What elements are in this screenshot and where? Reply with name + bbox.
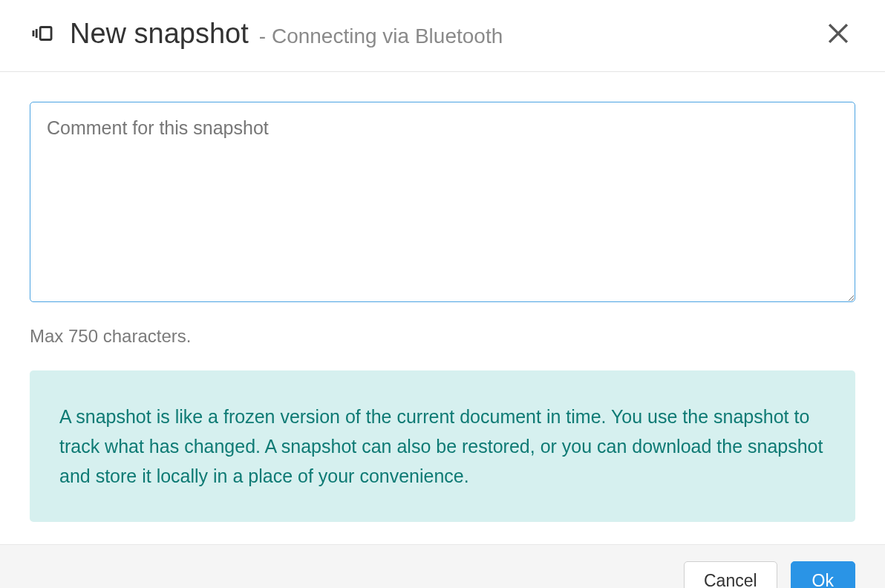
dialog-title-line: New snapshot - Connecting via Bluetooth — [70, 19, 821, 48]
ok-button[interactable]: Ok — [791, 561, 855, 588]
cancel-button[interactable]: Cancel — [684, 561, 777, 588]
svg-rect-0 — [40, 27, 51, 40]
close-icon — [826, 21, 851, 46]
dialog-header: New snapshot - Connecting via Bluetooth — [0, 0, 885, 72]
dialog-body: Max 750 characters. A snapshot is like a… — [0, 72, 885, 544]
dialog-footer: Cancel Ok — [0, 544, 885, 588]
dialog-title: New snapshot — [70, 19, 249, 48]
snapshot-comment-input[interactable] — [30, 102, 855, 302]
dialog-subtitle: - Connecting via Bluetooth — [259, 26, 503, 47]
snapshot-icon — [30, 21, 55, 46]
comment-helper-text: Max 750 characters. — [30, 326, 855, 347]
snapshot-info-panel: A snapshot is like a frozen version of t… — [30, 370, 855, 522]
new-snapshot-dialog: New snapshot - Connecting via Bluetooth … — [0, 0, 885, 588]
close-button[interactable] — [821, 16, 855, 50]
